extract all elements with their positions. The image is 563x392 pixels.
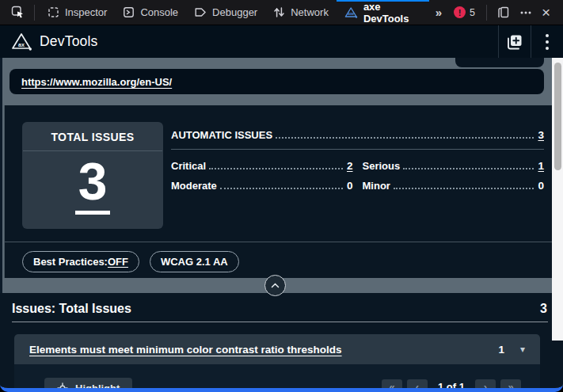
tabbar-separator bbox=[486, 5, 487, 21]
wcag-standard-pill[interactable]: WCAG 2.1 AA bbox=[150, 251, 239, 272]
issues-header-row: Issues: Total Issues 3 bbox=[12, 302, 547, 316]
console-icon bbox=[123, 6, 135, 18]
moderate-value: 0 bbox=[347, 180, 353, 192]
network-icon bbox=[273, 6, 285, 18]
partially-scrolled-element bbox=[455, 58, 544, 67]
moderate-label: Moderate bbox=[171, 180, 217, 192]
last-page-button[interactable]: » bbox=[500, 379, 521, 392]
severity-row-minor: Minor 0 bbox=[363, 180, 545, 192]
tab-label: Debugger bbox=[212, 6, 257, 18]
dotted-leader bbox=[209, 168, 343, 169]
serious-label: Serious bbox=[363, 160, 401, 172]
devtools-window: Inspector Console Debugger Network axe a… bbox=[0, 0, 563, 392]
issue-rule-link[interactable]: Elements must meet minimum color contras… bbox=[29, 344, 498, 356]
close-devtools-button[interactable]: × bbox=[537, 0, 555, 25]
issues-heading-divider bbox=[12, 322, 548, 322]
pick-element-icon bbox=[11, 6, 25, 19]
previous-page-button[interactable]: ‹ bbox=[407, 379, 428, 392]
serious-value[interactable]: 1 bbox=[538, 160, 544, 172]
critical-label: Critical bbox=[171, 160, 206, 172]
inspector-icon bbox=[48, 6, 59, 18]
tab-label: Inspector bbox=[65, 6, 107, 18]
axe-header-title: DevTools bbox=[40, 33, 98, 50]
error-badge-icon: ! bbox=[454, 6, 466, 18]
issues-section: Issues: Total Issues 3 Elements must mee… bbox=[0, 293, 563, 388]
responsive-mode-icon bbox=[496, 6, 510, 19]
dotted-leader bbox=[276, 137, 534, 139]
devtools-tabbar: Inspector Console Debugger Network axe a… bbox=[0, 0, 563, 25]
severity-row-critical: Critical 2 bbox=[171, 160, 353, 172]
collapse-summary-button[interactable] bbox=[264, 275, 286, 296]
issues-total-count: 3 bbox=[540, 302, 547, 316]
error-count: 5 bbox=[470, 7, 475, 18]
page-indicator: 1 of 1 bbox=[438, 381, 465, 392]
total-card-divider bbox=[23, 150, 162, 151]
filter-pills: Best Practices: OFF WCAG 2.1 AA bbox=[22, 251, 239, 272]
tab-label: axe DevTools bbox=[363, 1, 421, 25]
total-issues-label: TOTAL ISSUES bbox=[22, 122, 163, 150]
tab-console[interactable]: Console bbox=[115, 0, 186, 25]
scanned-url-card: https://www.mozilla.org/en-US/ bbox=[10, 69, 544, 94]
next-page-button[interactable]: › bbox=[475, 379, 496, 392]
total-issues-value[interactable]: 3 bbox=[75, 155, 111, 215]
critical-value[interactable]: 2 bbox=[347, 160, 353, 172]
scrollbar-track[interactable] bbox=[552, 58, 563, 341]
meatball-menu-button[interactable] bbox=[515, 0, 537, 25]
new-scan-button[interactable] bbox=[499, 25, 531, 58]
issue-detail-toolbar: Highlight « ‹ 1 of 1 › » bbox=[14, 364, 540, 392]
debugger-icon bbox=[194, 6, 207, 18]
best-practices-state: OFF bbox=[108, 256, 128, 268]
error-badge-button[interactable]: ! 5 bbox=[447, 6, 481, 18]
automatic-issues-label: AUTOMATIC ISSUES bbox=[171, 129, 272, 141]
axe-logo-icon: axe bbox=[344, 6, 358, 19]
dotted-leader bbox=[403, 168, 534, 169]
total-issues-card: TOTAL ISSUES 3 bbox=[22, 122, 163, 229]
issue-accordion-header[interactable]: Elements must meet minimum color contras… bbox=[14, 334, 540, 364]
chevron-up-icon bbox=[270, 282, 280, 289]
axe-content-area: https://www.mozilla.org/en-US/ TOTAL ISS… bbox=[0, 58, 563, 388]
tab-overflow-button[interactable]: » bbox=[429, 6, 447, 19]
highlight-button[interactable]: Highlight bbox=[44, 378, 132, 392]
tab-debugger[interactable]: Debugger bbox=[186, 0, 265, 25]
kebab-menu-button[interactable] bbox=[531, 25, 563, 58]
add-document-icon bbox=[505, 32, 524, 51]
minor-label: Minor bbox=[363, 180, 390, 192]
issues-heading: Issues: Total Issues bbox=[12, 302, 131, 316]
highlight-label: Highlight bbox=[75, 382, 120, 392]
svg-text:ax: ax bbox=[18, 42, 25, 48]
minor-value: 0 bbox=[538, 180, 544, 192]
automatic-issues-row: AUTOMATIC ISSUES 3 bbox=[171, 129, 544, 141]
best-practices-label: Best Practices: bbox=[33, 256, 108, 268]
summary-divider bbox=[171, 149, 544, 150]
automatic-issues-value[interactable]: 3 bbox=[538, 129, 544, 141]
responsive-mode-button[interactable] bbox=[492, 0, 515, 25]
pick-element-button[interactable] bbox=[6, 0, 29, 25]
tab-label: Network bbox=[291, 6, 329, 18]
filters-divider bbox=[5, 242, 552, 242]
scanned-url-link[interactable]: https://www.mozilla.org/en-US/ bbox=[21, 76, 172, 88]
severity-row-moderate: Moderate 0 bbox=[171, 180, 353, 192]
summary-panel: TOTAL ISSUES 3 AUTOMATIC ISSUES 3 Critic… bbox=[4, 105, 552, 278]
meatball-menu-icon bbox=[519, 6, 532, 19]
tab-inspector[interactable]: Inspector bbox=[40, 0, 115, 25]
severity-row-serious: Serious 1 bbox=[363, 160, 545, 172]
severity-grid: Critical 2 Serious 1 Moderate 0 bbox=[171, 160, 544, 192]
issue-count-badge: 1 bbox=[498, 344, 504, 356]
summary-breakdown: AUTOMATIC ISSUES 3 Critical 2 Serious 1 bbox=[171, 129, 544, 192]
dotted-leader bbox=[220, 188, 343, 189]
scrollbar-thumb[interactable] bbox=[554, 63, 561, 170]
dotted-leader bbox=[394, 188, 534, 189]
chevron-down-icon[interactable]: ▾ bbox=[520, 344, 525, 355]
wcag-standard-label: WCAG 2.1 AA bbox=[161, 256, 228, 268]
kebab-menu-icon bbox=[545, 33, 550, 51]
axe-header: ax DevTools bbox=[0, 25, 563, 58]
tab-axe-devtools[interactable]: axe axe DevTools bbox=[337, 0, 429, 25]
first-page-button[interactable]: « bbox=[382, 379, 402, 392]
best-practices-toggle[interactable]: Best Practices: OFF bbox=[22, 251, 139, 272]
svg-text:axe: axe bbox=[348, 12, 354, 16]
highlight-target-icon bbox=[57, 382, 68, 392]
tab-label: Console bbox=[140, 6, 178, 18]
tab-network[interactable]: Network bbox=[265, 0, 337, 25]
issue-pagination: « ‹ 1 of 1 › » bbox=[382, 378, 521, 392]
axe-header-logo-icon: ax bbox=[11, 32, 32, 51]
